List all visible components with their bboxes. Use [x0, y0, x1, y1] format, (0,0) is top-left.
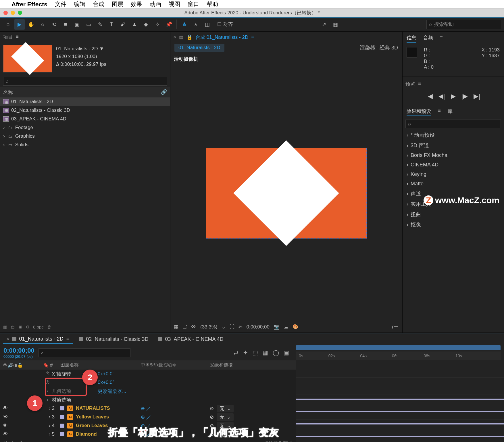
canvas[interactable]	[170, 65, 402, 321]
cloud-icon[interactable]: ☁	[284, 324, 288, 330]
menu-view[interactable]: 视图	[169, 0, 180, 8]
workspace-icon[interactable]: ▦	[330, 19, 341, 30]
tab-effects[interactable]: 效果和预设	[407, 108, 431, 116]
first-frame-icon[interactable]: |◀	[426, 93, 433, 100]
home-icon[interactable]: ⌂	[3, 19, 13, 30]
display-icon[interactable]: 🖵	[182, 324, 187, 330]
project-item[interactable]: ▦01_Naturalists - 2D	[0, 97, 170, 106]
project-item[interactable]: ▦03_APEAK - CINEMA 4D	[0, 115, 170, 123]
comp-tab-label[interactable]: 合成 01_Naturalists - 2D	[195, 34, 248, 41]
comp-flowchart-icon[interactable]: ⇄	[234, 349, 238, 356]
effect-category[interactable]: ›Keying	[403, 170, 504, 179]
menu-icon[interactable]: ≡	[251, 34, 254, 40]
tab-library[interactable]: 库	[448, 108, 453, 116]
layer-row[interactable]: 👁› 2AiNATURALISTS⊕ ／⊘无⌄	[0, 404, 296, 413]
fit-icon[interactable]: ⛶	[230, 324, 234, 330]
viewer-time[interactable]: 0;00;00;00	[247, 324, 270, 330]
graph-editor-icon[interactable]: ◯	[273, 349, 279, 356]
draft3d-icon[interactable]: ✦	[243, 349, 248, 356]
render-icon[interactable]: ↻	[11, 440, 15, 442]
menu-icon[interactable]: ≡	[16, 34, 19, 40]
puppet-tool-icon[interactable]: 📌	[164, 19, 174, 30]
timeline-tab[interactable]: 02_Naturalists - Classic 3D	[75, 335, 152, 344]
clone-tool-icon[interactable]: ▲	[129, 19, 140, 30]
tab-audio[interactable]: 音频	[423, 34, 433, 43]
minimize-icon[interactable]	[11, 11, 15, 15]
menu-window[interactable]: 窗口	[188, 0, 199, 8]
hand-tool-icon[interactable]: ✋	[26, 19, 36, 30]
mask-icon[interactable]: 👁	[191, 324, 196, 330]
timeline-ruler-area[interactable]: 0s02s04s06s08s10s	[296, 345, 501, 360]
camera-tool-icon[interactable]: ■	[60, 19, 71, 30]
timeline-search-input[interactable]: ⌕	[39, 348, 130, 357]
macos-menubar[interactable]: After Effects 文件 编辑 合成 图层 效果 动画 视图 窗口 帮助	[0, 0, 504, 9]
effects-search-input[interactable]: ⌕	[405, 120, 501, 128]
effect-category[interactable]: ›3D 声道	[403, 140, 504, 151]
prop-material-options[interactable]: ›材质选项	[0, 395, 296, 404]
last-frame-icon[interactable]: ▶|	[474, 93, 480, 100]
resolution-icon[interactable]: ▦	[174, 324, 178, 330]
interpret-icon[interactable]: ▦	[3, 324, 7, 330]
next-frame-icon[interactable]: |▶	[461, 93, 468, 100]
timeline-tab[interactable]: 03_APEAK - CINEMA 4D	[154, 335, 227, 344]
menu-layer[interactable]: 图层	[112, 0, 123, 8]
new-folder-icon[interactable]: 🗀	[11, 324, 15, 329]
menu-icon[interactable]: ≡	[418, 81, 421, 87]
tab-info[interactable]: 信息	[407, 34, 416, 43]
timeline-tracks[interactable]	[296, 360, 504, 442]
adjust-icon[interactable]: ⚙	[26, 324, 30, 330]
toggle-hide-icon[interactable]: 🖻	[3, 440, 7, 442]
eraser-tool-icon[interactable]: ◆	[141, 19, 151, 30]
bpc-label[interactable]: 8 bpc	[33, 324, 44, 329]
axis-world-icon[interactable]: ⋏	[191, 19, 201, 30]
project-item[interactable]: ›🗀Graphics	[0, 132, 170, 141]
crop-icon[interactable]: ✂	[238, 324, 243, 330]
type-tool-icon[interactable]: T	[106, 19, 117, 30]
menu-icon[interactable]: ≡	[440, 34, 443, 43]
chevron-down-icon[interactable]: ⌄	[222, 324, 226, 330]
menu-icon[interactable]: ≡	[438, 108, 441, 116]
parent-dropdown[interactable]: 无⌄	[217, 413, 234, 421]
brush-tool-icon[interactable]: 🖌	[118, 19, 128, 30]
axis-view-icon[interactable]: ◫	[202, 19, 212, 30]
renderer-selector[interactable]: 渲染器:经典 3D	[360, 44, 398, 51]
project-item[interactable]: ▦02_Naturalists - Classic 3D	[0, 106, 170, 115]
effect-category[interactable]: ›抠像	[403, 220, 504, 230]
zoom-level[interactable]: (33.3%)	[200, 324, 218, 330]
new-comp-icon[interactable]: ▣	[18, 324, 22, 330]
menu-file[interactable]: 文件	[55, 0, 66, 8]
prev-frame-icon[interactable]: ◀|	[438, 93, 445, 100]
expand-icon[interactable]: ↗	[319, 19, 329, 30]
close-icon[interactable]: ×	[7, 337, 9, 341]
brace-icon[interactable]: {}	[19, 440, 22, 442]
color-icon[interactable]: 🎨	[293, 324, 299, 330]
prop-geometry-options[interactable]: ›几何选项更改渲染器...	[0, 387, 296, 395]
grid-icon[interactable]: ▦	[179, 34, 184, 40]
search-help-input[interactable]: ⌕ 搜索帮助	[426, 20, 501, 29]
rect-tool-icon[interactable]: ▭	[83, 19, 94, 30]
menu-animation[interactable]: 动画	[150, 0, 161, 8]
menu-icon[interactable]: ≡	[66, 336, 70, 342]
prop-x-rotation[interactable]: ⏱X 轴旋转0x+0.0°	[0, 370, 296, 378]
zoom-tool-icon[interactable]: ⌕	[37, 19, 48, 30]
selection-tool-icon[interactable]: ▶	[14, 19, 25, 30]
zoom-icon[interactable]	[18, 11, 22, 15]
effect-category[interactable]: ›Matte	[403, 179, 504, 189]
motion-blur-icon[interactable]: ⬚	[253, 349, 258, 356]
effect-category[interactable]: ›* 动画预设	[403, 130, 504, 140]
project-item[interactable]: ›🗀Footage	[0, 123, 170, 132]
close-icon[interactable]	[3, 11, 8, 15]
link-icon[interactable]: 🔗	[161, 89, 167, 96]
effect-category[interactable]: ›CINEMA 4D	[403, 160, 504, 170]
close-icon[interactable]: ×	[173, 34, 176, 40]
play-icon[interactable]: ▶	[451, 93, 456, 100]
pan-behind-tool-icon[interactable]: ▣	[72, 19, 82, 30]
snapshot-icon[interactable]: ▣	[284, 349, 289, 356]
current-time[interactable]: 0;00;00;00	[3, 347, 34, 354]
comp-crumb[interactable]: 01_Naturalists - 2D	[174, 44, 224, 52]
timeline-tab[interactable]: ×01_Naturalists - 2D≡	[3, 335, 73, 344]
orbit-tool-icon[interactable]: ⟲	[49, 19, 59, 30]
snap-toggle[interactable]: ☐对齐	[217, 21, 233, 28]
prop-rotation[interactable]: ⏱0x+0.0°	[0, 378, 296, 387]
toggle-switches-button[interactable]: 切换开关/模式	[264, 440, 293, 442]
